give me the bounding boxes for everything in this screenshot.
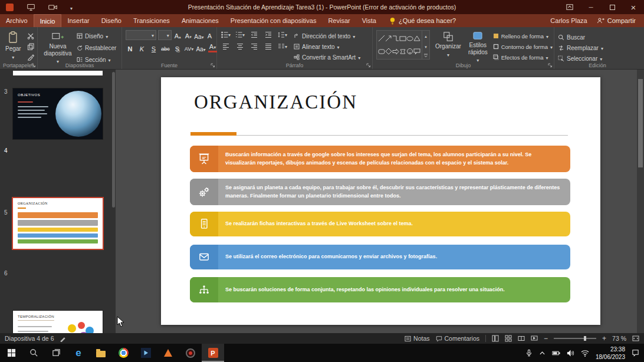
tab-archivo[interactable]: Archivo xyxy=(0,14,34,27)
slide-title[interactable]: ORGANIZACIÓN xyxy=(194,91,357,113)
share-button[interactable]: Compartir xyxy=(597,17,636,24)
microphone-icon[interactable] xyxy=(525,349,533,357)
bold-button[interactable]: N xyxy=(126,43,134,52)
canvas-scrollbar[interactable] xyxy=(637,70,644,333)
shape-option[interactable] xyxy=(413,48,420,55)
justify-button[interactable] xyxy=(263,42,274,51)
case-button[interactable]: Aa xyxy=(196,43,205,52)
format-painter-button[interactable] xyxy=(25,52,36,61)
shape-option[interactable] xyxy=(385,48,392,55)
camera-icon[interactable] xyxy=(48,4,57,11)
tab-presentacion[interactable]: Presentación con diapositivas xyxy=(225,14,323,27)
line-spacing-button[interactable] xyxy=(277,30,288,39)
zoom-out-button[interactable]: − xyxy=(544,335,548,342)
tab-animaciones[interactable]: Animaciones xyxy=(176,14,225,27)
align-text-button[interactable]: Alinear texto xyxy=(294,42,360,51)
reading-view-button[interactable] xyxy=(518,335,525,342)
shape-fill-button[interactable]: Relleno de forma xyxy=(493,31,553,41)
font-size-select[interactable] xyxy=(158,30,172,40)
character-spacing-button[interactable]: AV xyxy=(185,43,193,52)
italic-button[interactable]: K xyxy=(137,43,146,52)
vlc-icon[interactable] xyxy=(157,344,179,362)
shape-option[interactable] xyxy=(399,35,406,42)
qat-customize-arrow[interactable] xyxy=(70,2,73,12)
align-right-button[interactable] xyxy=(249,42,259,51)
clear-formatting-button[interactable]: A xyxy=(205,31,214,40)
tab-vista[interactable]: Vista xyxy=(356,14,382,27)
content-row-2[interactable]: Se asignará un planeta a cada equipo, pa… xyxy=(190,179,570,205)
shape-option[interactable] xyxy=(378,35,385,42)
pen-icon[interactable] xyxy=(60,335,66,342)
cut-button[interactable] xyxy=(25,31,36,40)
shape-outline-button[interactable]: Contorno de forma xyxy=(493,42,553,51)
start-from-beginning-icon[interactable] xyxy=(27,4,35,11)
shape-option[interactable] xyxy=(392,48,399,55)
recorder-app-icon[interactable] xyxy=(179,344,202,362)
zoom-slider-thumb[interactable] xyxy=(584,336,586,341)
copy-button[interactable] xyxy=(25,42,36,51)
ribbon-display-options-button[interactable] xyxy=(559,0,580,14)
zoom-level[interactable]: 73 % xyxy=(612,335,626,342)
convert-smartart-button[interactable]: Convertir a SmartArt xyxy=(294,52,360,62)
font-color-button[interactable]: A xyxy=(208,44,217,52)
comments-button[interactable]: Comentarios xyxy=(436,335,480,342)
notes-button[interactable]: Notas xyxy=(405,335,429,342)
search-icon[interactable] xyxy=(22,344,45,362)
zoom-slider[interactable] xyxy=(554,338,596,339)
slide-thumbnail-4-selected[interactable]: ORGANIZACIÓN xyxy=(13,198,103,249)
tab-insertar[interactable]: Insertar xyxy=(61,14,95,27)
underline-button[interactable]: S xyxy=(149,43,158,52)
shrink-font-button[interactable]: A xyxy=(184,31,193,40)
edge-icon[interactable] xyxy=(67,344,90,362)
increase-indent-button[interactable] xyxy=(263,30,274,39)
bullets-button[interactable] xyxy=(221,30,231,39)
strikethrough-button[interactable]: abc xyxy=(161,43,170,52)
align-center-button[interactable] xyxy=(235,42,245,51)
fit-to-window-button[interactable] xyxy=(632,335,639,342)
new-slide-button[interactable]: Nueva diapositiva xyxy=(41,30,74,66)
content-row-5[interactable]: Se buscarán soluciones de forma conjunta… xyxy=(190,277,570,302)
notification-center-icon[interactable] xyxy=(632,349,639,357)
select-button[interactable]: Seleccionar xyxy=(558,54,638,63)
shape-option[interactable] xyxy=(406,35,413,42)
align-left-button[interactable] xyxy=(221,42,231,51)
thumbnail-scrollbar[interactable] xyxy=(112,72,115,208)
media-app-icon[interactable] xyxy=(134,344,157,362)
quick-styles-button[interactable]: Estilos rápidos xyxy=(466,30,489,65)
arrange-button[interactable]: Organizar xyxy=(433,30,463,65)
tab-revisar[interactable]: Revisar xyxy=(322,14,356,27)
shape-option[interactable] xyxy=(406,48,413,55)
paste-button[interactable]: Pegar xyxy=(4,30,23,61)
tell-me-box[interactable]: ¿Qué desea hacer? xyxy=(389,14,456,27)
columns-button[interactable] xyxy=(277,42,288,51)
slideshow-view-button[interactable] xyxy=(531,335,538,342)
tab-diseno[interactable]: Diseño xyxy=(96,14,127,27)
change-case-button[interactable]: Aa xyxy=(195,31,203,40)
file-explorer-icon[interactable] xyxy=(90,344,112,362)
close-button[interactable] xyxy=(623,0,644,14)
font-name-select[interactable] xyxy=(126,30,156,40)
chevron-up-icon[interactable] xyxy=(539,351,546,356)
grow-font-button[interactable]: A xyxy=(173,31,182,40)
battery-icon[interactable] xyxy=(552,350,560,356)
maximize-button[interactable] xyxy=(602,0,623,14)
minimize-button[interactable] xyxy=(580,0,602,14)
shape-option[interactable] xyxy=(399,48,406,55)
task-view-button[interactable] xyxy=(45,344,67,362)
user-name[interactable]: Carlos Plaza xyxy=(550,17,587,24)
slide-thumbnail-partial[interactable] xyxy=(13,71,103,75)
shape-option[interactable] xyxy=(413,35,420,42)
numbering-button[interactable] xyxy=(235,30,245,39)
shape-effects-button[interactable]: Efectos de forma xyxy=(493,52,553,62)
speaker-icon[interactable] xyxy=(567,350,574,357)
zoom-in-button[interactable]: + xyxy=(602,335,606,342)
tab-inicio[interactable]: Inicio xyxy=(34,14,62,27)
slide-editing-area[interactable]: ORGANIZACIÓN Buscarán información a trav… xyxy=(161,77,600,325)
content-row-3[interactable]: Se realizarán fichas interactivas a trav… xyxy=(190,212,570,236)
powerpoint-app-icon[interactable] xyxy=(6,4,14,11)
shape-option[interactable] xyxy=(378,48,385,55)
decrease-indent-button[interactable] xyxy=(249,30,259,39)
shape-option[interactable] xyxy=(392,35,399,42)
powerpoint-taskbar-icon[interactable] xyxy=(202,344,224,362)
replace-button[interactable]: Reemplazar xyxy=(558,43,638,52)
